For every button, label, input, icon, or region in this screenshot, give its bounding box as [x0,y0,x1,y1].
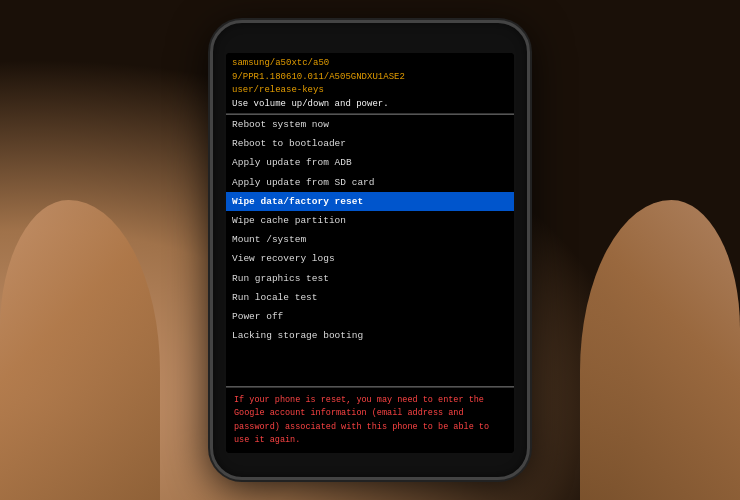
menu-item-mount-system[interactable]: Mount /system [226,230,514,249]
scene: samsung/a50xtc/a50 9/PPR1.180610.011/A50… [0,0,740,500]
menu-item-wipe-cache[interactable]: Wipe cache partition [226,211,514,230]
recovery-menu: Reboot system now Reboot to bootloader A… [226,115,514,386]
menu-item-lacking-storage[interactable]: Lacking storage booting [226,326,514,345]
menu-item-wipe-data[interactable]: Wipe data/factory reset [226,192,514,211]
phone: samsung/a50xtc/a50 9/PPR1.180610.011/A50… [210,20,530,480]
menu-item-apply-sd[interactable]: Apply update from SD card [226,173,514,192]
menu-item-graphics-test[interactable]: Run graphics test [226,269,514,288]
menu-item-power-off[interactable]: Power off [226,307,514,326]
menu-item-locale-test[interactable]: Run locale test [226,288,514,307]
menu-item-apply-adb[interactable]: Apply update from ADB [226,153,514,172]
menu-item-view-logs[interactable]: View recovery logs [226,249,514,268]
warning-area: If your phone is reset, you may need to … [226,387,514,453]
phone-screen: samsung/a50xtc/a50 9/PPR1.180610.011/A50… [226,53,514,453]
volume-down-button[interactable] [528,143,530,173]
header-line-2: 9/PPR1.180610.011/A505GNDXU1ASE2 [232,71,508,85]
power-button[interactable] [210,123,212,173]
header-line-1: samsung/a50xtc/a50 [232,57,508,71]
recovery-header: samsung/a50xtc/a50 9/PPR1.180610.011/A50… [226,53,514,114]
menu-item-reboot-bootloader[interactable]: Reboot to bootloader [226,134,514,153]
header-line-3: user/release-keys [232,84,508,98]
header-line-4: Use volume up/down and power. [232,98,508,112]
volume-up-button[interactable] [528,103,530,133]
warning-text: If your phone is reset, you may need to … [234,394,506,447]
menu-item-reboot-system[interactable]: Reboot system now [226,115,514,134]
